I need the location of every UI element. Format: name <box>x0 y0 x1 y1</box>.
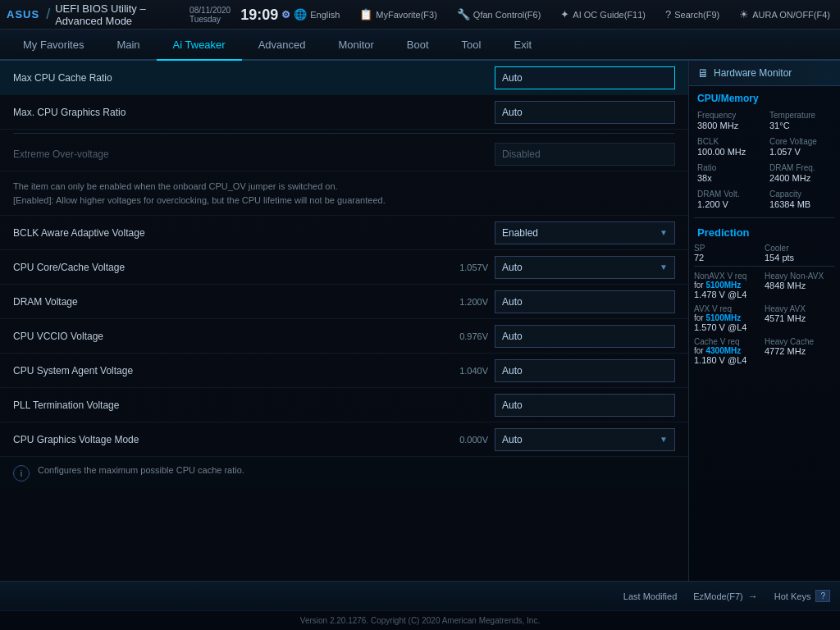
setting-cpu-vccio-voltage[interactable]: CPU VCCIO Voltage 0.976V <box>0 319 688 354</box>
extreme-overvoltage-desc-text: The item can only be enabled when the on… <box>13 181 386 205</box>
setting-max-cpu-cache-ratio[interactable]: Max CPU Cache Ratio <box>0 61 688 95</box>
pred-cache-left: Cache V req for 4300MHz 1.180 V @L4 <box>694 337 765 365</box>
hw-monitor-label: Hardware Monitor <box>714 67 792 79</box>
bclk-cell: BCLK 100.00 MHz <box>692 134 765 160</box>
pred-avx-row: AVX V req for 5100MHz 1.570 V @L4 Heavy … <box>689 301 840 334</box>
aura-btn[interactable]: ☀ AURA ON/OFF(F4) <box>736 7 833 22</box>
qfan-label: Qfan Control(F6) <box>473 10 541 20</box>
dram-voltage-input[interactable] <box>495 290 675 313</box>
capacity-cell: Capacity 16384 MB <box>765 186 837 212</box>
search-label: Search(F9) <box>674 10 719 20</box>
nav-ai-tweaker[interactable]: Ai Tweaker <box>157 30 242 61</box>
hw-divider-1 <box>694 217 835 218</box>
pred-sp-cooler-row: SP 72 Cooler 154 pts <box>689 242 840 264</box>
ratio-cell: Ratio 38x <box>692 160 765 186</box>
core-voltage-value: 1.057 V <box>769 147 832 157</box>
version-text: Version 2.20.1276. Copyright (C) 2020 Am… <box>300 616 540 625</box>
info-icon: i <box>13 465 30 482</box>
dram-freq-value: 2400 MHz <box>769 173 832 183</box>
core-voltage-label: Core Voltage <box>769 137 832 146</box>
cpu-graphics-voltage-mode-select[interactable]: Auto ▼ <box>495 428 675 451</box>
nav-my-favorites[interactable]: My Favorites <box>7 30 100 61</box>
language-icon: 🌐 <box>294 8 307 21</box>
language-label: English <box>310 10 340 20</box>
setting-cpu-graphics-voltage-mode[interactable]: CPU Graphics Voltage Mode 0.000V Auto ▼ <box>0 422 688 457</box>
setting-dram-voltage[interactable]: DRAM Voltage 1.200V <box>0 285 688 319</box>
cpu-core-cache-voltage-value: Auto <box>502 262 523 273</box>
pred-avx-left: AVX V req for 5100MHz 1.570 V @L4 <box>694 304 765 332</box>
cpu-core-cache-voltage-select[interactable]: Auto ▼ <box>495 256 675 279</box>
cpu-vccio-voltage-input[interactable] <box>495 325 675 348</box>
myfavorite-icon: 📋 <box>359 8 372 21</box>
max-cpu-cache-ratio-label: Max CPU Cache Ratio <box>13 72 495 84</box>
ratio-label: Ratio <box>697 163 760 172</box>
aioc-btn[interactable]: ✦ AI OC Guide(F11) <box>557 7 649 22</box>
pred-avx-freq: 5100MHz <box>705 313 741 322</box>
dram-freq-cell: DRAM Freq. 2400 MHz <box>765 160 837 186</box>
hw-monitor-title: 🖥 Hardware Monitor <box>689 61 840 86</box>
cpu-graphics-voltage-mode-label: CPU Graphics Voltage Mode <box>13 434 447 445</box>
pred-heavy-cache-value: 4772 MHz <box>765 346 835 356</box>
nav-main[interactable]: Main <box>100 30 156 61</box>
max-cpu-graphics-ratio-input[interactable] <box>495 101 675 124</box>
pred-nonavx-v: 1.478 V @L4 <box>694 290 765 299</box>
pred-sp-value: 72 <box>694 253 765 262</box>
pred-cooler-label: Cooler <box>765 244 835 253</box>
pred-heavy-avx-label: Heavy AVX <box>765 304 835 313</box>
cpu-system-agent-voltage-input[interactable] <box>495 359 675 382</box>
qfan-btn[interactable]: 🔧 Qfan Control(F6) <box>454 7 545 22</box>
pred-cache-row: Cache V req for 4300MHz 1.180 V @L4 Heav… <box>689 334 840 367</box>
language-btn[interactable]: 🌐 English <box>290 7 343 22</box>
aioc-icon: ✦ <box>560 8 569 21</box>
nav-tool[interactable]: Tool <box>445 30 498 61</box>
search-btn[interactable]: ? Search(F9) <box>662 7 723 22</box>
prediction-section-title: Prediction <box>689 220 840 242</box>
myfavorite-btn[interactable]: 📋 MyFavorite(F3) <box>356 7 441 22</box>
nav-monitor[interactable]: Monitor <box>322 30 390 61</box>
nav-boot[interactable]: Boot <box>390 30 445 61</box>
capacity-label: Capacity <box>769 189 832 199</box>
setting-bclk-adaptive[interactable]: BCLK Aware Adaptive Voltage Enabled ▼ <box>0 216 688 250</box>
hot-keys-label: Hot Keys <box>774 591 811 601</box>
monitor-icon: 🖥 <box>697 66 709 80</box>
pred-cooler-value: 154 pts <box>765 253 835 262</box>
setting-pll-termination-voltage[interactable]: PLL Termination Voltage <box>0 388 688 422</box>
pred-avx-for: for 5100MHz <box>694 313 765 322</box>
divider-1 <box>13 133 675 134</box>
nav-advanced[interactable]: Advanced <box>242 30 322 61</box>
nav-exit[interactable]: Exit <box>497 30 548 61</box>
bclk-adaptive-label: BCLK Aware Adaptive Voltage <box>13 227 495 239</box>
cpu-graphics-voltage-mode-arrow-icon: ▼ <box>660 435 668 444</box>
pred-cache-freq: 4300MHz <box>705 346 741 355</box>
cpu-core-cache-voltage-prefix: 1.057V <box>447 262 488 272</box>
pred-sp-label: SP <box>694 244 765 253</box>
time-display: 19:09 ⚙ <box>240 7 290 22</box>
myfavorite-label: MyFavorite(F3) <box>376 10 437 20</box>
pred-heavy-avx-value: 4571 MHz <box>765 313 835 323</box>
bclk-label: BCLK <box>697 137 760 146</box>
pll-termination-voltage-input[interactable] <box>495 394 675 417</box>
dram-volt-cell: DRAM Volt. 1.200 V <box>692 186 765 212</box>
bclk-adaptive-arrow-icon: ▼ <box>660 228 668 237</box>
cpu-system-agent-voltage-label: CPU System Agent Voltage <box>13 365 447 377</box>
setting-max-cpu-graphics-ratio[interactable]: Max. CPU Graphics Ratio <box>0 95 688 130</box>
cpu-memory-grid: Frequency 3800 MHz Temperature 31°C BCLK… <box>689 107 840 216</box>
right-panel: 🖥 Hardware Monitor CPU/Memory Frequency … <box>688 61 840 581</box>
max-cpu-graphics-ratio-label: Max. CPU Graphics Ratio <box>13 107 495 118</box>
bclk-adaptive-select[interactable]: Enabled ▼ <box>495 221 675 244</box>
temperature-value: 31°C <box>769 121 832 130</box>
pred-heavy-cache-label: Heavy Cache <box>765 337 835 346</box>
hot-keys-btn[interactable]: Hot Keys ? <box>774 590 830 602</box>
max-cpu-cache-ratio-input[interactable] <box>495 66 675 89</box>
date-label: 08/11/2020 <box>189 6 231 15</box>
pred-nonavx-for: for 5100MHz <box>694 281 765 290</box>
bios-title: UEFI BIOS Utility – Advanced Mode <box>55 2 189 27</box>
content-panel: Max CPU Cache Ratio Max. CPU Graphics Ra… <box>0 61 688 581</box>
ez-mode-btn[interactable]: EzMode(F7) → <box>693 591 758 602</box>
info-text: Configures the maximum possible CPU cach… <box>38 463 244 477</box>
settings-gear-icon[interactable]: ⚙ <box>281 10 290 20</box>
last-modified-btn[interactable]: Last Modified <box>623 591 677 601</box>
search-icon: ? <box>665 8 671 21</box>
setting-cpu-system-agent-voltage[interactable]: CPU System Agent Voltage 1.040V <box>0 354 688 388</box>
setting-cpu-core-cache-voltage[interactable]: CPU Core/Cache Voltage 1.057V Auto ▼ <box>0 250 688 285</box>
